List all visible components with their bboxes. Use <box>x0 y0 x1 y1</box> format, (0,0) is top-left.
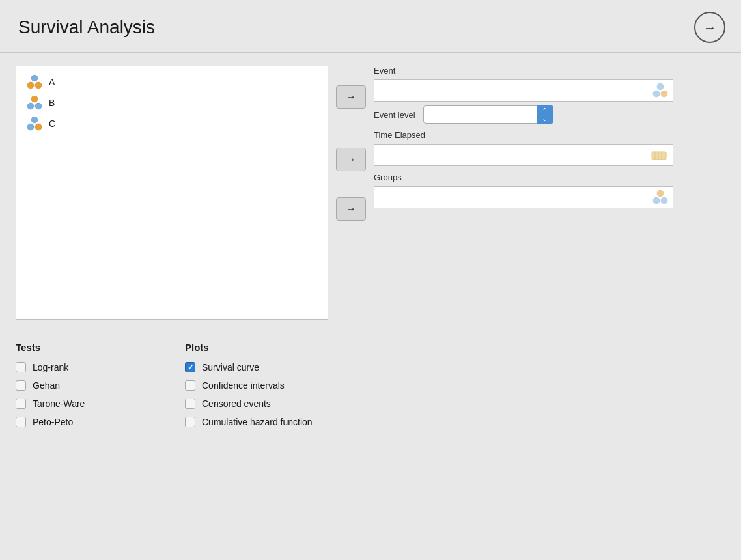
test-log-rank-label: Log-rank <box>33 362 68 372</box>
variable-item-b[interactable]: B <box>21 92 322 113</box>
time-elapsed-field-group: Time Elapsed <box>374 130 673 166</box>
event-field-group: Event <box>374 66 673 102</box>
event-level-select[interactable] <box>423 105 553 124</box>
time-variable-icon <box>650 148 669 162</box>
test-gehan-checkbox[interactable] <box>16 380 26 391</box>
test-peto-peto-item[interactable]: Peto-Peto <box>16 417 185 427</box>
plot-censored-events-item[interactable]: Censored events <box>185 399 725 409</box>
page-title: Survival Analysis <box>18 17 155 38</box>
plot-cumulative-hazard-label: Cumulative hazard function <box>202 417 313 427</box>
svg-point-1 <box>27 82 34 89</box>
svg-point-3 <box>31 96 38 102</box>
svg-point-9 <box>657 83 664 90</box>
plots-column: Plots Survival curve Confidence interval… <box>185 342 725 435</box>
plot-confidence-intervals-label: Confidence intervals <box>202 380 285 391</box>
event-label: Event <box>374 66 673 76</box>
svg-point-8 <box>35 124 42 130</box>
groups-arrow-icon: → <box>346 203 356 215</box>
plot-cumulative-hazard-checkbox[interactable] <box>185 417 195 427</box>
event-drop-target[interactable] <box>374 79 673 102</box>
svg-point-4 <box>27 103 34 109</box>
groups-drop-target[interactable] <box>374 186 673 208</box>
time-elapsed-drop-target[interactable] <box>374 144 673 166</box>
groups-variable-icon <box>652 190 669 204</box>
plot-cumulative-hazard-item[interactable]: Cumulative hazard function <box>185 417 725 427</box>
plot-confidence-intervals-item[interactable]: Confidence intervals <box>185 380 725 391</box>
test-log-rank-item[interactable]: Log-rank <box>16 362 185 372</box>
variable-item-a[interactable]: A <box>21 72 322 92</box>
svg-point-2 <box>35 82 42 89</box>
test-peto-peto-checkbox[interactable] <box>16 417 26 427</box>
test-gehan-item[interactable]: Gehan <box>16 380 185 391</box>
categorical-icon-c <box>25 117 44 131</box>
groups-label: Groups <box>374 173 673 182</box>
test-tarone-ware-checkbox[interactable] <box>16 399 26 409</box>
header: Survival Analysis → <box>0 0 741 53</box>
plot-survival-curve-item[interactable]: Survival curve <box>185 362 725 372</box>
tests-heading: Tests <box>16 342 185 353</box>
svg-point-11 <box>661 91 667 97</box>
plots-heading: Plots <box>185 342 725 353</box>
arrow-right-icon: → <box>703 20 716 35</box>
svg-point-18 <box>661 197 667 204</box>
test-log-rank-checkbox[interactable] <box>16 362 26 372</box>
svg-point-10 <box>653 91 660 97</box>
svg-point-0 <box>31 75 38 81</box>
tests-column: Tests Log-rank Gehan Tarone-Ware Peto-Pe… <box>16 342 185 435</box>
test-tarone-ware-item[interactable]: Tarone-Ware <box>16 399 185 409</box>
test-peto-peto-label: Peto-Peto <box>33 417 73 427</box>
variable-label-a: A <box>49 77 55 87</box>
plot-survival-curve-label: Survival curve <box>202 362 259 372</box>
plot-survival-curve-checkbox[interactable] <box>185 362 195 372</box>
navigate-button[interactable]: → <box>694 12 725 43</box>
svg-point-5 <box>35 103 42 109</box>
bottom-section: Tests Log-rank Gehan Tarone-Ware Peto-Pe… <box>16 339 725 435</box>
categorical-icon-a <box>25 75 44 89</box>
variable-label-c: C <box>49 119 55 129</box>
top-section: A B <box>16 66 725 320</box>
time-arrow-button[interactable]: → <box>336 148 366 171</box>
svg-point-7 <box>27 124 34 130</box>
time-elapsed-label: Time Elapsed <box>374 130 673 140</box>
event-variable-icon <box>652 83 669 98</box>
variable-label-b: B <box>49 98 55 108</box>
test-gehan-label: Gehan <box>33 380 60 391</box>
time-arrow-icon: → <box>346 154 356 165</box>
svg-point-6 <box>31 117 38 123</box>
test-tarone-ware-label: Tarone-Ware <box>33 399 85 409</box>
main-content: A B <box>0 53 741 448</box>
variable-list[interactable]: A B <box>16 66 328 320</box>
event-level-row: Event level <box>374 105 673 124</box>
event-arrow-button[interactable]: → <box>336 85 366 109</box>
plot-confidence-intervals-checkbox[interactable] <box>185 380 195 391</box>
categorical-icon-b <box>25 96 44 110</box>
svg-point-16 <box>657 190 664 197</box>
event-level-select-wrapper <box>423 105 553 124</box>
event-level-label: Event level <box>374 110 415 120</box>
groups-arrow-button[interactable]: → <box>336 197 366 221</box>
app-window: Survival Analysis → <box>0 0 741 560</box>
plot-censored-events-checkbox[interactable] <box>185 399 195 409</box>
arrow-buttons: → → → <box>328 66 374 221</box>
fields-section: Event Event level <box>374 66 673 208</box>
variable-item-c[interactable]: C <box>21 113 322 134</box>
event-arrow-icon: → <box>346 91 356 103</box>
groups-field-group: Groups <box>374 173 673 208</box>
plot-censored-events-label: Censored events <box>202 399 271 409</box>
assignment-area: → → → <box>328 66 673 221</box>
svg-point-17 <box>653 197 660 204</box>
svg-rect-12 <box>652 152 666 160</box>
